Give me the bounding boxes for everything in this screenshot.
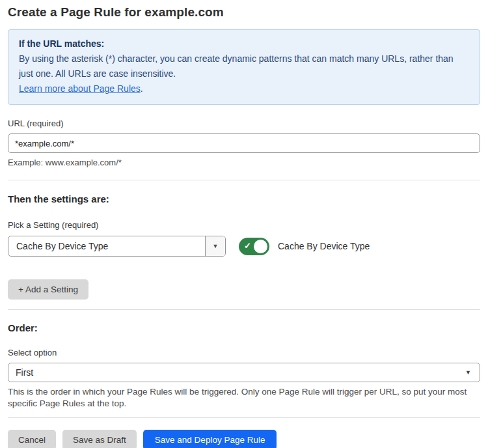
info-box-heading: If the URL matches: bbox=[19, 36, 469, 51]
divider-settings-order bbox=[8, 309, 480, 310]
setting-select[interactable]: Cache By Device Type ▼ bbox=[8, 236, 226, 257]
toggle-knob bbox=[254, 240, 267, 253]
page-rule-form: Create a Page Rule for example.com If th… bbox=[0, 0, 488, 448]
info-box-link-line: Learn more about Page Rules. bbox=[19, 81, 469, 96]
settings-section-heading: Then the settings are: bbox=[8, 193, 480, 204]
setting-row: Cache By Device Type ▼ ✓ Cache By Device… bbox=[8, 236, 480, 257]
chevron-down-icon: ▼ bbox=[465, 369, 471, 376]
cancel-button[interactable]: Cancel bbox=[8, 430, 56, 448]
setting-select-value: Cache By Device Type bbox=[8, 236, 205, 256]
save-and-deploy-button[interactable]: Save and Deploy Page Rule bbox=[143, 430, 277, 448]
check-icon: ✓ bbox=[244, 242, 251, 250]
order-select[interactable]: First ▼ bbox=[8, 363, 480, 382]
info-box-body: By using the asterisk (*) character, you… bbox=[19, 51, 469, 81]
footer-actions: Cancel Save as Draft Save and Deploy Pag… bbox=[8, 430, 480, 448]
toggle-label: Cache By Device Type bbox=[278, 241, 370, 251]
dropdown-arrow-icon[interactable]: ▼ bbox=[205, 236, 225, 256]
url-input[interactable] bbox=[8, 133, 480, 153]
setting-picker-label: Pick a Setting (required) bbox=[8, 220, 480, 230]
order-helper-text: This is the order in which your Page Rul… bbox=[8, 386, 474, 409]
cache-device-toggle[interactable]: ✓ bbox=[239, 238, 269, 255]
url-example-helper: Example: www.example.com/* bbox=[8, 158, 480, 167]
page-title: Create a Page Rule for example.com bbox=[8, 5, 480, 20]
order-section-heading: Order: bbox=[8, 322, 480, 333]
divider-footer bbox=[8, 417, 480, 418]
order-select-value: First bbox=[16, 367, 33, 378]
url-field-label: URL (required) bbox=[8, 119, 480, 128]
add-setting-button[interactable]: + Add a Setting bbox=[8, 279, 88, 300]
link-suffix: . bbox=[141, 83, 143, 94]
save-as-draft-button[interactable]: Save as Draft bbox=[62, 430, 137, 448]
divider-url-settings bbox=[8, 180, 480, 180]
learn-more-link[interactable]: Learn more about Page Rules bbox=[19, 83, 141, 94]
order-select-label: Select option bbox=[8, 348, 480, 357]
url-match-info-box: If the URL matches: By using the asteris… bbox=[8, 29, 480, 105]
